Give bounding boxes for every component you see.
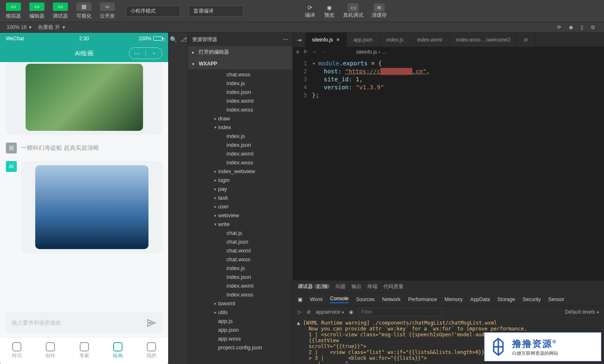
tree-item[interactable]: project.config.json (188, 343, 292, 352)
preview-button[interactable]: ◉预览 (321, 3, 337, 20)
tree-item[interactable]: index.wxss (188, 158, 292, 167)
debugger-button[interactable]: ▭调试器 (50, 2, 70, 21)
tree-item[interactable]: index.json (188, 140, 292, 149)
prompt-input[interactable]: 输入要求和场景描述 (6, 312, 162, 334)
inspect-icon[interactable]: ▣ (298, 296, 302, 302)
close-icon[interactable]: × (336, 36, 340, 43)
tree-item[interactable]: chat.wxml (188, 246, 292, 255)
bp-tab-output[interactable]: 输出 (351, 283, 362, 290)
tree-item[interactable]: index.json (188, 88, 292, 96)
stop-icon[interactable]: ▷ (298, 309, 302, 315)
tree-item[interactable]: ▾write (188, 220, 292, 229)
visual-button[interactable]: ▦可视化 (74, 2, 94, 21)
tree-item[interactable]: app.js (188, 317, 292, 325)
console-filter-input[interactable] (358, 308, 442, 316)
tree-item[interactable]: chat.wxss (188, 255, 292, 264)
editor-button[interactable]: ▭编辑器 (27, 2, 47, 21)
tree-item[interactable]: ▸webview (188, 211, 292, 220)
tree-item[interactable]: ▸index_webview (188, 167, 292, 176)
devtools-tab-console[interactable]: Console (330, 296, 349, 303)
tree-item[interactable]: index.wxml (188, 149, 292, 158)
tree-item[interactable]: ▾index (188, 123, 292, 132)
phone-tab-3[interactable]: 绘画 (101, 338, 135, 364)
bp-tab-terminal[interactable]: 终端 (367, 283, 378, 290)
tree-item[interactable]: index.json (188, 273, 292, 281)
tree-item[interactable]: chat.js (188, 229, 292, 237)
mode-select[interactable]: 小程序模式 (126, 5, 180, 17)
real-debug-button[interactable]: ▭真机调试 (341, 3, 366, 20)
editor-tab[interactable]: index.wxml (411, 33, 449, 47)
bp-tab-problems[interactable]: 问题 (336, 283, 346, 290)
editor-tab[interactable]: index.js (380, 33, 411, 47)
tree-item[interactable]: ▸towxml (188, 299, 292, 308)
clear-cache-button[interactable]: ≋清缓存 (369, 3, 389, 20)
open-editors-section[interactable]: ▸打开的编辑器 (188, 46, 292, 58)
zoom-indicator[interactable]: 100% 16 ▾ (3, 24, 35, 30)
collapse-panel-icon[interactable]: ⇥ (293, 34, 305, 46)
tree-item[interactable]: ▸pay (188, 185, 292, 193)
tree-item[interactable]: index.js (188, 79, 292, 88)
tree-item[interactable]: index.wxml (188, 96, 292, 105)
bp-tab-codequality[interactable]: 代码质量 (383, 283, 404, 290)
send-icon[interactable] (146, 318, 156, 328)
devtools-tab-network[interactable]: Network (382, 296, 401, 302)
tree-item[interactable]: ▸draw (188, 114, 292, 123)
simulator-button[interactable]: ▭模拟器 (3, 2, 23, 21)
device-icon[interactable]: ▯ (578, 24, 586, 30)
devtools-tab-wxml[interactable]: Wxml (310, 296, 323, 302)
bp-tab-debugger[interactable]: 调试器 2, 78 (298, 283, 330, 290)
devtools-tab-memory[interactable]: Memory (445, 296, 463, 302)
tree-item[interactable]: index.wxss (188, 105, 292, 114)
tree-item[interactable]: chat.wxss (188, 70, 292, 79)
devtools-tab-storage[interactable]: Storage (497, 296, 515, 302)
editor-tab[interactable]: app.json (347, 33, 380, 47)
devtools-tab-sensor[interactable]: Sensor (548, 296, 564, 302)
capsule-close-icon[interactable]: ◦ (146, 49, 162, 57)
more-icon[interactable]: ⋯ (283, 36, 288, 42)
bookmark-icon[interactable]: 🏳 (303, 49, 308, 55)
phone-tab-2[interactable]: 专家 (67, 338, 101, 364)
cloud-dev-button[interactable]: ∞云开发 (97, 2, 117, 21)
code-editor[interactable]: 12345 ▾module.exports = { host: "https:/… (293, 57, 604, 280)
outline-icon[interactable]: ≡ (296, 49, 299, 55)
capsule-menu-icon[interactable]: ⋯ (129, 49, 146, 57)
search-icon[interactable]: 🔍 (170, 36, 177, 43)
nav-forward-icon[interactable]: → (322, 49, 327, 55)
devtools-tab-performance[interactable]: Performance (408, 296, 437, 302)
tree-item[interactable]: app.json (188, 325, 292, 334)
tree-item[interactable]: ▸login (188, 176, 292, 185)
tree-item[interactable]: chat.json (188, 237, 292, 246)
tree-item[interactable]: index.wxml (188, 281, 292, 290)
hot-reload-toggle[interactable]: 热重载 开 ▾ (35, 24, 68, 31)
project-root-section[interactable]: ▾WXAPP (188, 58, 292, 69)
live-expr-icon[interactable]: ◉ (349, 309, 353, 315)
editor-tab[interactable]: siteinfo.js × (305, 33, 347, 47)
devtools-tab-security[interactable]: Security (523, 296, 541, 302)
tree-item[interactable]: index.js (188, 264, 292, 273)
log-levels-select[interactable]: Default levels (565, 309, 599, 315)
phone-tab-1[interactable]: 创作 (34, 338, 67, 364)
tree-item[interactable]: ▸task (188, 193, 292, 202)
tree-item[interactable]: index.js (188, 132, 292, 140)
devtools-tab-appdata[interactable]: AppData (470, 296, 490, 302)
rotate-icon[interactable]: ⟳ (555, 24, 564, 30)
phone-tab-0[interactable]: 对话 (0, 338, 34, 364)
generated-image-2 (35, 165, 148, 249)
tree-item[interactable]: ▸utils (188, 308, 292, 317)
source-control-icon[interactable]: ⎇ (180, 36, 187, 43)
detach-icon[interactable]: ⧉ (588, 24, 597, 30)
devtools-tab-sources[interactable]: Sources (356, 296, 375, 302)
compile-button[interactable]: ⟳编译 (302, 3, 318, 20)
context-select[interactable]: appservice (316, 309, 344, 315)
phone-tab-4[interactable]: 我的 (135, 338, 168, 364)
compile-mode-select[interactable]: 普通编译 (189, 5, 243, 17)
nav-back-icon[interactable]: ← (312, 49, 318, 55)
editor-tab[interactable]: in (517, 33, 535, 47)
tree-item[interactable]: app.wxss (188, 334, 292, 343)
tree-item[interactable]: index.wxss (188, 290, 292, 299)
tree-item[interactable]: ▸user (188, 202, 292, 211)
clear-console-icon[interactable]: ⊘ (307, 309, 311, 315)
capsule-button[interactable]: ⋯ ◦ (129, 47, 162, 59)
record-icon[interactable]: ◉ (566, 24, 575, 30)
editor-tab[interactable]: index.wxss ...\welcome2 (449, 33, 517, 47)
